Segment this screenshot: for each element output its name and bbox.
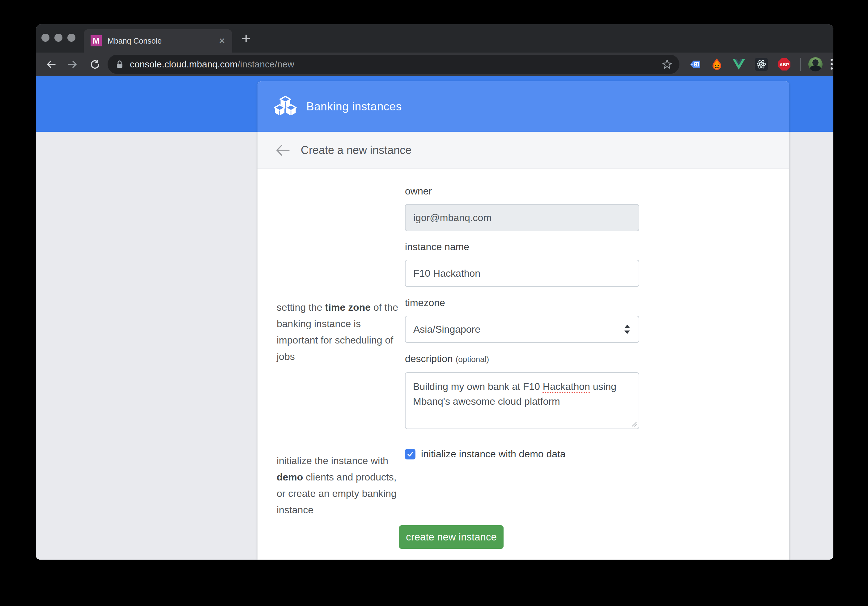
new-tab-button[interactable]: + [237,30,255,47]
demo-data-row: initialize instance with demo data [405,448,639,460]
tab-strip: M Mbanq Console ✕ + [36,24,833,53]
tab-close-icon[interactable]: ✕ [219,37,225,45]
window-minimize-button[interactable] [54,34,62,42]
url-path: /instance/new [238,59,294,69]
page-subheader: Create a new instance [257,132,789,169]
checkmark-icon [406,451,414,458]
abp-label: ABP [780,62,789,67]
browser-tab[interactable]: M Mbanq Console ✕ [84,29,232,53]
create-instance-button[interactable]: create new instance [399,525,504,549]
hola-flame-icon[interactable] [711,58,723,70]
url-text: console.cloud.mbanq.com/instance/new [130,59,662,70]
content-card: Banking instances Create a new instance … [257,81,789,560]
timezone-label: timezone [405,297,639,308]
url-host: console.cloud.mbanq.com [130,59,238,69]
window-controls [42,34,76,42]
timezone-select[interactable]: Asia/Singapore [405,316,639,343]
demo-data-checkbox[interactable] [405,449,415,459]
window-zoom-button[interactable] [67,34,76,42]
toolbar-separator [800,58,801,71]
browser-toolbar: console.cloud.mbanq.com/instance/new [36,53,833,76]
app-title: Banking instances [306,100,402,113]
page-title: Create a new instance [301,144,411,157]
back-icon[interactable] [46,59,56,70]
description-field[interactable]: Building my own bank at F10 Hackathon us… [405,372,639,429]
page-viewport: Banking instances Create a new instance … [36,76,833,560]
url-bar[interactable]: console.cloud.mbanq.com/instance/new [108,55,679,74]
react-devtools-icon[interactable] [755,58,768,71]
bookmark-star-icon[interactable] [662,59,673,70]
tab-favicon: M [91,35,102,46]
form-area: setting the time zone of the banking ins… [257,169,789,560]
form-column: owner instance name timezone Asia/Singap… [405,186,639,460]
misspelled-word: Hackathon [543,381,590,392]
browser-window: M Mbanq Console ✕ + console.cloud.m [36,24,833,560]
extension-tag-icon[interactable] [689,59,701,69]
instance-name-field[interactable] [405,260,639,287]
app-header: Banking instances [257,81,789,132]
instance-name-label: instance name [405,241,639,252]
window-close-button[interactable] [42,34,50,42]
profile-avatar[interactable] [808,57,823,71]
lock-icon [116,60,124,69]
owner-label: owner [405,186,639,197]
description-label: description (optional) [405,353,639,365]
description-optional-hint: (optional) [456,355,489,364]
cubes-icon [274,94,297,119]
demo-helper-text: initialize the instance with demo client… [277,453,402,518]
demo-data-label: initialize instance with demo data [421,448,566,460]
timezone-helper-text: setting the time zone of the banking ins… [277,299,402,365]
adblock-plus-icon[interactable]: ABP [778,58,791,71]
owner-field[interactable] [405,204,639,231]
back-arrow-icon[interactable] [275,144,290,157]
reload-icon[interactable] [89,59,99,70]
tab-title: Mbanq Console [108,37,219,45]
select-caret-icon [624,325,631,334]
forward-icon[interactable] [67,59,78,70]
vue-devtools-icon[interactable] [733,59,745,70]
browser-menu-icon[interactable] [831,59,833,70]
resize-handle-icon[interactable] [631,421,637,427]
timezone-value: Asia/Singapore [413,324,480,335]
